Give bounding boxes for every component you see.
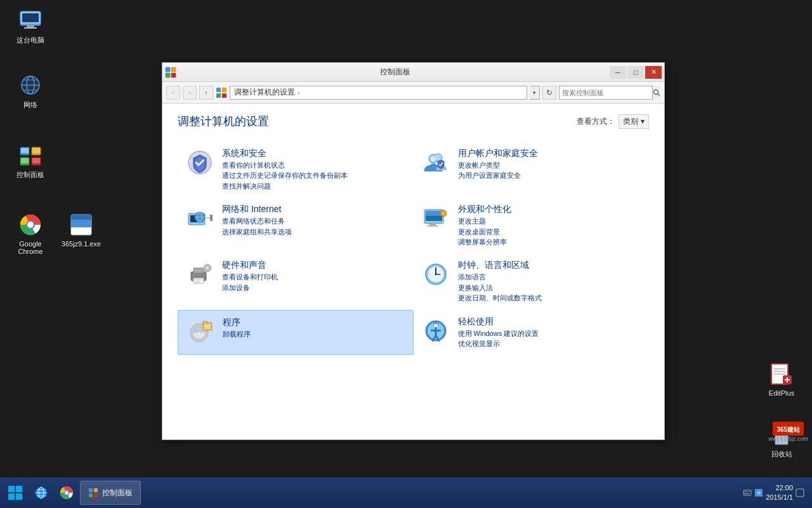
programs-title[interactable]: 程序 <box>223 317 405 328</box>
svg-rect-12 <box>21 148 29 153</box>
desktop-icon-controlpanel[interactable]: 控制面板 <box>5 140 56 182</box>
svg-rect-42 <box>216 88 221 92</box>
svg-rect-52 <box>431 164 436 165</box>
clock-link2[interactable]: 更换输入法 <box>458 283 642 293</box>
clock-icon <box>421 260 450 289</box>
network-text: 网络和 Internet 查看网络状态和任务 选择家庭组和共享选项 <box>222 204 406 237</box>
back-button[interactable]: ‹ <box>166 86 180 100</box>
clock-link1[interactable]: 添加语言 <box>458 272 642 282</box>
hardware-title[interactable]: 硬件和声音 <box>222 260 406 271</box>
svg-point-76 <box>206 267 209 269</box>
hardware-link2[interactable]: 添加设备 <box>222 283 406 293</box>
category-appearance[interactable]: 外观和个性化 更改主题 更改桌面背景 调整屏幕分辨率 <box>414 197 650 253</box>
view-dropdown[interactable]: 类别 ▾ <box>619 114 649 129</box>
system-security-icon <box>185 148 214 177</box>
minimize-button[interactable]: ─ <box>610 66 626 79</box>
svg-rect-18 <box>32 158 40 163</box>
appearance-link2[interactable]: 更改桌面背景 <box>458 227 642 237</box>
accessibility-link2[interactable]: 优化视觉显示 <box>458 339 642 349</box>
taskbar-ie-button[interactable] <box>29 481 53 505</box>
maximize-button[interactable]: □ <box>627 66 644 79</box>
close-button[interactable]: ✕ <box>645 66 662 79</box>
breadcrumb-controlpanel[interactable]: 调整计算机的设置 <box>234 87 295 98</box>
svg-rect-16 <box>21 158 29 163</box>
tray-keyboard-icon <box>743 488 752 497</box>
appearance-text: 外观和个性化 更改主题 更改桌面背景 调整屏幕分辨率 <box>458 204 642 247</box>
brand-label: 365建站 <box>776 426 800 433</box>
accessibility-title[interactable]: 轻松使用 <box>458 316 642 328</box>
svg-rect-88 <box>204 324 211 329</box>
category-grid: 系统和安全 查看你的计算机状态 通过文件历史记录保存你的文件备份副本 查找并解决… <box>178 142 649 355</box>
svg-point-74 <box>202 273 205 276</box>
desktop-icon-365jz[interactable]: 365jz9.1.exe <box>56 210 107 250</box>
desktop-icon-editplus[interactable]: EditPlus <box>756 359 807 399</box>
clock-text: 时钟、语言和区域 添加语言 更换输入法 更改日期、时间或数字格式 <box>458 260 642 303</box>
address-dropdown[interactable]: ▾ <box>530 86 540 100</box>
svg-rect-109 <box>743 490 751 495</box>
svg-rect-71 <box>193 278 204 283</box>
category-clock[interactable]: 时钟、语言和区域 添加语言 更换输入法 更改日期、时间或数字格式 <box>414 253 650 309</box>
forward-button[interactable]: › <box>183 86 197 100</box>
page-title: 调整计算机的设置 <box>178 114 269 129</box>
365jz-icon <box>69 212 94 237</box>
system-clock[interactable]: 22:00 2015/1/1 <box>766 483 793 503</box>
hardware-link1[interactable]: 查看设备和打印机 <box>222 272 406 282</box>
start-button[interactable] <box>3 481 28 505</box>
svg-rect-66 <box>427 225 438 227</box>
controlpanel-icon-label: 控制面板 <box>16 170 44 180</box>
clock-title[interactable]: 时钟、语言和区域 <box>458 260 642 271</box>
title-bar: 控制面板 ─ □ ✕ <box>162 63 664 82</box>
system-security-title[interactable]: 系统和安全 <box>222 148 406 159</box>
svg-point-10 <box>22 76 39 94</box>
user-accounts-icon <box>421 148 450 177</box>
taskbar-chrome-button[interactable] <box>55 481 79 505</box>
user-accounts-text: 用户帐户和家庭安全 更改帐户类型 为用户设置家庭安全 <box>458 148 642 181</box>
programs-link1[interactable]: 卸载程序 <box>223 330 405 339</box>
svg-point-21 <box>27 222 34 228</box>
clock-date: 2015/1/1 <box>766 493 793 502</box>
user-accounts-title[interactable]: 用户帐户和家庭安全 <box>458 148 642 159</box>
accessibility-link1[interactable]: 使用 Windows 建议的设置 <box>458 329 642 338</box>
appearance-link1[interactable]: 更改主题 <box>458 217 642 226</box>
titlebar-icon <box>165 67 176 78</box>
desktop-icon-computer[interactable]: 这台电脑 <box>5 5 56 48</box>
desktop-icon-network[interactable]: 网络 <box>5 70 56 112</box>
category-programs[interactable]: 程序 卸载程序 <box>178 310 414 356</box>
user-accounts-link1[interactable]: 更改帐户类型 <box>458 161 642 170</box>
search-button[interactable] <box>652 86 660 100</box>
network-title[interactable]: 网络和 Internet <box>222 204 406 215</box>
desktop-icon-chrome[interactable]: Google Chrome <box>5 210 56 258</box>
svg-rect-38 <box>166 67 170 72</box>
appearance-link3[interactable]: 调整屏幕分辨率 <box>458 237 642 247</box>
system-security-link1[interactable]: 查看你的计算机状态 <box>222 161 406 170</box>
up-button[interactable]: ↑ <box>199 86 213 100</box>
category-hardware[interactable]: 硬件和声音 查看设备和打印机 添加设备 <box>178 253 414 309</box>
taskbar-cp-label: 控制面板 <box>102 488 133 498</box>
clock-link3[interactable]: 更改日期、时间或数字格式 <box>458 293 642 303</box>
category-user-accounts[interactable]: 用户帐户和家庭安全 更改帐户类型 为用户设置家庭安全 <box>414 142 650 197</box>
show-desktop-icon[interactable] <box>796 488 804 497</box>
computer-icon <box>18 8 43 33</box>
taskbar-controlpanel-item[interactable]: 控制面板 <box>80 481 141 505</box>
network-link2[interactable]: 选择家庭组和共享选项 <box>222 227 406 237</box>
refresh-button[interactable]: ↻ <box>542 86 556 100</box>
address-path[interactable]: 调整计算机的设置 › <box>230 86 527 100</box>
search-input[interactable] <box>560 89 652 97</box>
system-security-link3[interactable]: 查找并解决问题 <box>222 182 406 191</box>
editplus-icon-label: EditPlus <box>769 389 794 397</box>
category-accessibility[interactable]: 轻松使用 使用 Windows 建议的设置 优化视觉显示 <box>414 310 650 356</box>
network-link1[interactable]: 查看网络状态和任务 <box>222 217 406 226</box>
taskbar-cp-icon <box>88 488 98 498</box>
hardware-icon <box>185 260 214 289</box>
user-accounts-link2[interactable]: 为用户设置家庭安全 <box>458 171 642 180</box>
svg-rect-107 <box>89 493 93 497</box>
svg-rect-43 <box>222 88 226 92</box>
computer-icon-label: 这台电脑 <box>16 36 44 45</box>
svg-rect-108 <box>94 493 98 497</box>
category-system-security[interactable]: 系统和安全 查看你的计算机状态 通过文件历史记录保存你的文件备份副本 查找并解决… <box>178 142 414 197</box>
appearance-title[interactable]: 外观和个性化 <box>458 204 642 215</box>
brand-url: www.365jz.com <box>768 436 808 442</box>
svg-rect-3 <box>27 25 34 27</box>
system-security-link2[interactable]: 通过文件历史记录保存你的文件备份副本 <box>222 171 406 180</box>
category-network[interactable]: 网络和 Internet 查看网络状态和任务 选择家庭组和共享选项 <box>178 197 414 253</box>
